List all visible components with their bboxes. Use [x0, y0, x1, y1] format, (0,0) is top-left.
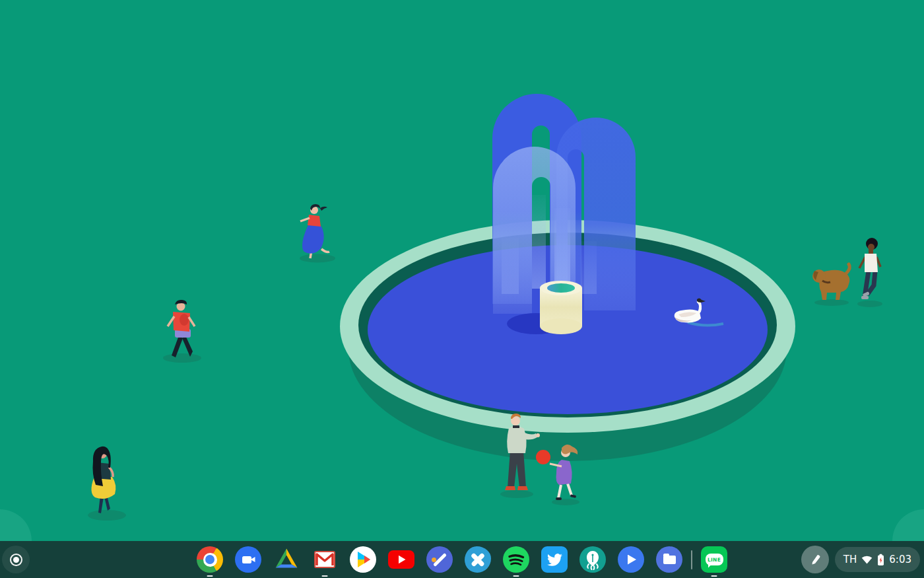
- person-yellow-skirt: [88, 447, 126, 521]
- spotify-icon[interactable]: [503, 546, 529, 573]
- wifi-icon: [861, 555, 873, 564]
- shelf: LINE TH 6:03: [0, 541, 924, 578]
- pen-nib-icon: [579, 546, 606, 573]
- dog: [812, 264, 849, 306]
- twitter-bird-icon: [547, 552, 562, 567]
- person-dog-walker: [857, 238, 882, 307]
- youtube-icon[interactable]: [388, 546, 414, 573]
- wallpaper-illustration: [0, 0, 924, 578]
- stylus-pen-icon: [808, 553, 822, 566]
- stylus-tools-button[interactable]: [801, 546, 829, 573]
- corner-glow-right: [892, 509, 924, 541]
- play-videos-icon[interactable]: [618, 546, 644, 573]
- clock: 6:03: [889, 554, 911, 565]
- wallpaper: [0, 0, 924, 578]
- twitter-icon[interactable]: [541, 546, 568, 573]
- person-walker: [163, 300, 201, 363]
- pinned-apps: LINE: [197, 546, 727, 573]
- video-camera-icon: [242, 556, 251, 563]
- play-triangle-icon: [628, 555, 636, 565]
- folder-icon: [663, 556, 676, 564]
- launcher-icon: [10, 554, 22, 566]
- corner-glow-left: [0, 509, 32, 541]
- google-drive-icon[interactable]: [273, 546, 300, 573]
- launcher-button[interactable]: [2, 546, 30, 573]
- fountain-arches: [492, 94, 636, 314]
- squid-icon[interactable]: [579, 546, 606, 573]
- battery-charging-icon: [877, 554, 884, 566]
- person-jogger: [300, 204, 335, 263]
- files-icon[interactable]: [656, 546, 682, 573]
- line-icon[interactable]: LINE: [701, 546, 727, 573]
- play-triangle-icon: [399, 556, 406, 564]
- google-meet-icon[interactable]: [235, 546, 261, 573]
- ime-indicator: TH: [843, 554, 857, 565]
- system-tray[interactable]: TH 6:03: [835, 547, 920, 572]
- red-ball: [536, 450, 550, 464]
- shelf-separator: [691, 550, 692, 569]
- chrome-canvas-icon[interactable]: [426, 546, 453, 573]
- gmail-icon[interactable]: [312, 546, 338, 573]
- line-badge-text: LINE: [708, 557, 721, 563]
- speech-bubble-icon: LINE: [706, 554, 723, 565]
- x-app-icon[interactable]: [465, 546, 491, 573]
- play-store-icon[interactable]: [350, 546, 376, 573]
- status-area: TH 6:03: [801, 546, 920, 573]
- chrome-icon[interactable]: [197, 546, 223, 573]
